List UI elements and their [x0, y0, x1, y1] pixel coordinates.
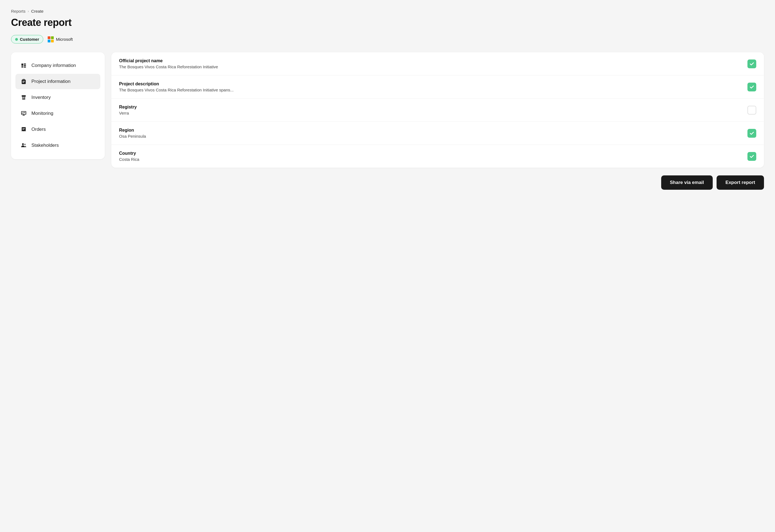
- svg-rect-3: [24, 65, 26, 66]
- share-via-email-button[interactable]: Share via email: [661, 175, 713, 190]
- field-text: Project description The Bosques Vivos Co…: [119, 82, 747, 92]
- field-row-region: Region Osa Peninsula: [111, 122, 764, 145]
- breadcrumb-parent[interactable]: Reports: [11, 9, 26, 13]
- field-value: Costa Rica: [119, 157, 747, 162]
- project-information-icon: [20, 78, 28, 85]
- field-value: Verra: [119, 111, 747, 115]
- sidebar-item-label: Project information: [31, 79, 70, 84]
- right-panel: Official project name The Bosques Vivos …: [111, 52, 764, 190]
- field-label: Region: [119, 128, 747, 133]
- sidebar-item-monitoring[interactable]: Monitoring: [15, 106, 100, 121]
- tags-row: Customer Microsoft: [11, 35, 764, 44]
- sidebar: Company information Project information: [11, 52, 105, 159]
- field-text: Country Costa Rica: [119, 151, 747, 162]
- sidebar-item-label: Inventory: [31, 95, 51, 100]
- field-row-official-project-name: Official project name The Bosques Vivos …: [111, 52, 764, 75]
- field-value: The Bosques Vivos Costa Rica Reforestati…: [119, 88, 747, 92]
- field-label: Project description: [119, 82, 747, 86]
- field-label: Country: [119, 151, 747, 156]
- svg-rect-18: [22, 129, 24, 129]
- svg-rect-5: [23, 79, 25, 80]
- company-information-icon: [20, 62, 28, 69]
- page-title: Create report: [11, 17, 764, 28]
- field-value: The Bosques Vivos Costa Rica Reforestati…: [119, 64, 747, 69]
- sidebar-item-label: Company information: [31, 63, 76, 68]
- svg-rect-7: [22, 82, 24, 83]
- sidebar-item-label: Monitoring: [31, 111, 53, 116]
- field-label: Official project name: [119, 58, 747, 63]
- main-content: Company information Project information: [11, 52, 764, 190]
- svg-rect-2: [24, 64, 26, 65]
- checkbox-registry[interactable]: [747, 106, 756, 115]
- svg-point-20: [24, 144, 26, 145]
- orders-icon: [20, 126, 28, 133]
- svg-rect-8: [22, 95, 26, 96]
- svg-point-19: [22, 143, 24, 145]
- field-text: Official project name The Bosques Vivos …: [119, 58, 747, 69]
- svg-rect-6: [22, 81, 25, 82]
- breadcrumb-separator: ›: [28, 9, 29, 13]
- sidebar-item-project-information[interactable]: Project information: [15, 74, 100, 89]
- sidebar-item-stakeholders[interactable]: Stakeholders: [15, 138, 100, 153]
- inventory-icon: [20, 94, 28, 101]
- sidebar-item-company-information[interactable]: Company information: [15, 58, 100, 73]
- breadcrumb-current: Create: [31, 9, 44, 13]
- sidebar-item-orders[interactable]: Orders: [15, 122, 100, 137]
- field-row-registry: Registry Verra: [111, 99, 764, 122]
- breadcrumb: Reports › Create: [11, 9, 764, 13]
- svg-rect-4: [24, 67, 26, 68]
- customer-label: Customer: [20, 37, 39, 42]
- checkbox-project-description[interactable]: [747, 83, 756, 91]
- export-report-button[interactable]: Export report: [717, 175, 764, 190]
- field-row-project-description: Project description The Bosques Vivos Co…: [111, 75, 764, 99]
- sidebar-item-inventory[interactable]: Inventory: [15, 90, 100, 105]
- checkbox-country[interactable]: [747, 152, 756, 161]
- customer-tag[interactable]: Customer: [11, 35, 43, 44]
- svg-rect-12: [23, 98, 24, 98]
- svg-rect-11: [23, 97, 25, 97]
- svg-rect-1: [21, 66, 23, 68]
- field-label: Registry: [119, 105, 747, 110]
- svg-rect-0: [21, 64, 23, 66]
- stakeholders-icon: [20, 142, 28, 149]
- monitoring-icon: [20, 110, 28, 117]
- field-text: Region Osa Peninsula: [119, 128, 747, 139]
- svg-rect-16: [22, 115, 25, 115]
- svg-rect-15: [23, 115, 25, 115]
- field-row-country: Country Costa Rica: [111, 145, 764, 168]
- microsoft-logo-icon: [48, 36, 54, 42]
- microsoft-tag[interactable]: Microsoft: [48, 36, 73, 42]
- customer-dot: [15, 38, 18, 41]
- field-value: Osa Peninsula: [119, 134, 747, 139]
- svg-rect-10: [22, 96, 26, 97]
- checkbox-official-project-name[interactable]: [747, 59, 756, 68]
- field-text: Registry Verra: [119, 105, 747, 115]
- checkbox-region[interactable]: [747, 129, 756, 138]
- sidebar-item-label: Orders: [31, 127, 46, 132]
- microsoft-label: Microsoft: [56, 37, 73, 42]
- action-buttons: Share via email Export report: [111, 175, 764, 190]
- svg-rect-17: [22, 128, 25, 129]
- fields-container: Official project name The Bosques Vivos …: [111, 52, 764, 168]
- sidebar-item-label: Stakeholders: [31, 143, 59, 148]
